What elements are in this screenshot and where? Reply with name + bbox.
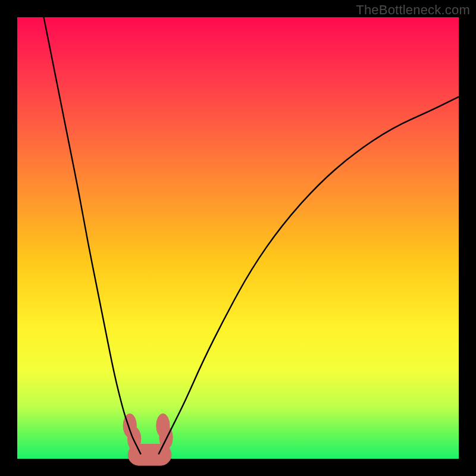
- chart-frame: TheBottleneck.com: [0, 0, 476, 476]
- curve-right-arm: [158, 97, 459, 455]
- plot-area: [17, 17, 459, 459]
- marker-capsule: [128, 444, 171, 466]
- curve-svg: [17, 17, 459, 459]
- watermark-text: TheBottleneck.com: [356, 2, 470, 18]
- curve-left-arm: [44, 17, 141, 455]
